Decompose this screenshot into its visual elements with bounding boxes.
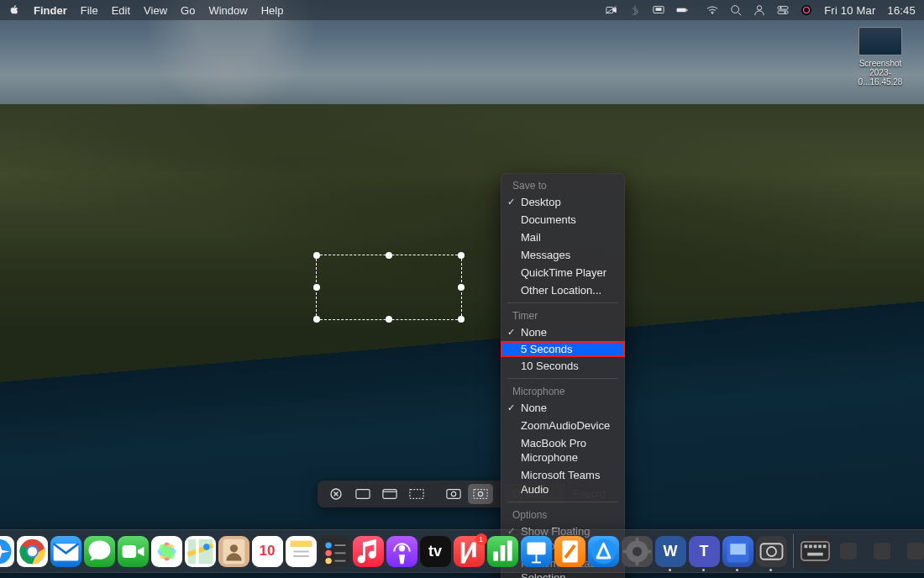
file-name-line1: Screenshot (852, 59, 909, 68)
desktop-file-screenshot[interactable]: Screenshot 2023-0...16.45.28 (852, 27, 909, 87)
dock-app-music[interactable] (353, 536, 384, 567)
handle-top[interactable] (386, 252, 392, 259)
menu-item-timer-10s[interactable]: 10 Seconds (501, 357, 625, 375)
capture-selection-button[interactable] (404, 484, 429, 504)
menubar-time[interactable]: 16:45 (887, 4, 916, 17)
menu-item-save-documents[interactable]: Documents (501, 211, 625, 229)
dock-app-photos[interactable] (151, 536, 182, 567)
menu-item-save-mail[interactable]: Mail (501, 229, 625, 246)
battery-icon[interactable] (676, 4, 695, 16)
dock-recent-2[interactable] (867, 536, 898, 567)
menu-item-mic-none[interactable]: None (501, 399, 625, 417)
file-name-line2: 2023-0...16.45.28 (852, 68, 909, 87)
dock-app-safari[interactable] (0, 536, 14, 567)
dock-app-screenshot[interactable] (756, 536, 787, 567)
handle-top-right[interactable] (458, 252, 465, 259)
handle-bottom-left[interactable] (313, 316, 320, 323)
svg-rect-80 (822, 545, 826, 549)
menu-help[interactable]: Help (261, 4, 284, 17)
wifi-icon[interactable] (706, 4, 718, 16)
svg-rect-4 (677, 8, 686, 13)
menubar: Finder File Edit View Go Window Help Fri… (0, 0, 924, 20)
camera-off-icon[interactable] (606, 4, 617, 16)
options-menu: Save to Desktop Documents Mail Messages … (501, 173, 625, 578)
menu-item-save-desktop[interactable]: Desktop (501, 193, 625, 211)
handle-left[interactable] (313, 284, 320, 291)
dock-app-teams[interactable]: T (689, 536, 720, 567)
dock-app-keynote[interactable] (521, 536, 552, 567)
svg-point-14 (801, 5, 811, 15)
svg-rect-60 (527, 542, 545, 554)
menu-item-timer-5s[interactable]: 5 Seconds (501, 341, 625, 357)
dock-app-calendar[interactable]: 10 (252, 536, 283, 567)
menu-separator (507, 302, 618, 303)
file-thumbnail (858, 27, 902, 55)
svg-rect-72 (730, 544, 746, 554)
siri-icon[interactable] (801, 4, 812, 16)
spotlight-icon[interactable] (730, 4, 742, 16)
dock-app-preview[interactable] (722, 536, 753, 567)
dock-app-pages[interactable] (554, 536, 585, 567)
dock-app-word[interactable]: W (655, 536, 686, 567)
dock-app-tv[interactable]: tv (420, 536, 451, 567)
dock-app-reminders[interactable] (319, 536, 350, 567)
dock-app-notes[interactable] (286, 536, 317, 567)
menubar-date[interactable]: Fri 10 Mar (824, 4, 875, 17)
menu-edit[interactable]: Edit (112, 4, 130, 17)
capture-window-button[interactable] (377, 484, 402, 504)
dock-app-numbers[interactable] (487, 536, 518, 567)
svg-point-24 (478, 491, 482, 496)
menu-item-save-other[interactable]: Other Location... (501, 281, 625, 299)
dock-app-contacts[interactable] (218, 536, 249, 567)
menu-item-save-quicktime[interactable]: QuickTime Player (501, 264, 625, 281)
dock-app-chrome[interactable] (17, 536, 48, 567)
apple-icon[interactable] (8, 4, 20, 16)
menu-item-mic-zoom[interactable]: ZoomAudioDevice (501, 417, 625, 434)
user-icon[interactable] (753, 4, 765, 16)
menu-header-microphone: Microphone (501, 382, 625, 399)
close-button[interactable] (323, 484, 349, 504)
record-selection-button[interactable] (468, 484, 493, 504)
dock-recent-keyboard[interactable] (800, 536, 831, 567)
svg-point-51 (325, 549, 331, 555)
dock-app-messages[interactable] (84, 536, 115, 567)
svg-rect-18 (383, 490, 396, 499)
menu-item-timer-none[interactable]: None (501, 323, 625, 341)
menu-header-options: Options (501, 506, 625, 523)
svg-rect-59 (507, 540, 512, 560)
svg-rect-79 (818, 545, 822, 549)
active-app-name[interactable]: Finder (34, 4, 67, 17)
menu-separator (507, 378, 618, 379)
svg-point-6 (711, 13, 713, 14)
handle-bottom[interactable] (386, 316, 392, 323)
menu-go[interactable]: Go (181, 4, 195, 17)
control-center-icon[interactable] (777, 4, 789, 16)
dock-recent-1[interactable] (833, 536, 864, 567)
handle-top-left[interactable] (313, 252, 320, 259)
menu-item-mic-macbook[interactable]: MacBook Pro Microphone (501, 434, 625, 466)
dock-app-appstore[interactable] (588, 536, 619, 567)
dock-app-facetime[interactable] (118, 536, 149, 567)
menu-header-save-to: Save to (501, 176, 625, 193)
menu-window[interactable]: Window (208, 4, 247, 17)
dock-app-settings[interactable] (622, 536, 653, 567)
capture-selection-marquee[interactable] (316, 255, 462, 320)
record-entire-screen-button[interactable] (441, 484, 466, 504)
svg-rect-81 (807, 553, 822, 556)
menu-item-mic-teams[interactable]: Microsoft Teams Audio (501, 466, 625, 498)
handle-right[interactable] (458, 284, 465, 291)
menu-view[interactable]: View (144, 4, 167, 17)
bluetooth-off-icon[interactable] (629, 4, 641, 16)
dock-app-maps[interactable] (185, 536, 216, 567)
screen-mirroring-icon[interactable] (653, 4, 664, 16)
svg-point-66 (632, 546, 641, 555)
menu-item-save-messages[interactable]: Messages (501, 246, 625, 264)
svg-point-9 (758, 6, 762, 10)
capture-entire-screen-button[interactable] (350, 484, 375, 504)
dock-app-news[interactable]: 1 (454, 536, 485, 567)
dock-app-mail[interactable] (50, 536, 81, 567)
handle-bottom-right[interactable] (458, 316, 465, 323)
dock-app-podcasts[interactable] (386, 536, 417, 567)
dock-recent-3[interactable] (900, 536, 925, 567)
menu-file[interactable]: File (81, 4, 98, 17)
